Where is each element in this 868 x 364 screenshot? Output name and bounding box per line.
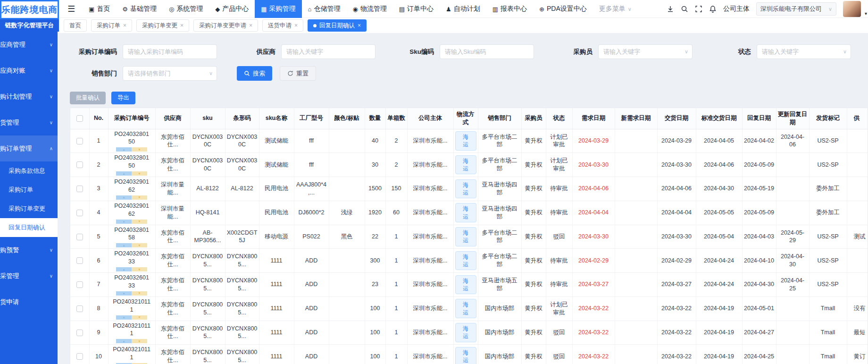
tab-采购订单变更申请[interactable]: 采购订单变更申请× — [193, 19, 258, 32]
up-arrow-icon: ▲ — [116, 315, 132, 320]
menu-item-仓储管理[interactable]: ⌂仓储管理 — [302, 0, 347, 18]
sidebar-item-购计划管理[interactable]: 购计划管理∨ — [0, 84, 58, 110]
logistics-tag[interactable]: 海运 — [455, 227, 476, 246]
row-checkbox[interactable] — [76, 330, 83, 336]
sidebar-item-应商对账[interactable]: 应商对账∨ — [0, 58, 58, 84]
menu-item-首页[interactable]: ▣首页 — [83, 0, 116, 18]
tab-首页[interactable]: 首页 — [64, 19, 87, 32]
menu-item-PDA设置中心[interactable]: ⊕PDA设置中心 — [533, 0, 593, 18]
menu-item-采购管理[interactable]: ▦采购管理 — [255, 0, 301, 18]
sidebar-subitem-采购条款信息[interactable]: 采购条款信息 — [0, 161, 58, 180]
logistics-tag[interactable]: 海运 — [455, 299, 476, 318]
cell-sku_name: 测试储能 — [259, 129, 294, 153]
filter-group-状态: 状态∨ — [704, 44, 862, 59]
sidebar-item-货管理[interactable]: 货管理∨ — [0, 110, 58, 135]
select-all-checkbox[interactable] — [76, 115, 83, 122]
search-button[interactable]: 搜索 — [237, 66, 272, 81]
filter-select-采购员[interactable] — [598, 44, 693, 59]
row-checkbox[interactable] — [76, 186, 83, 192]
download-icon[interactable] — [667, 5, 674, 13]
down-arrow-icon: ▼ — [132, 267, 147, 271]
menu-item-物流管理[interactable]: ◉物流管理 — [346, 0, 392, 18]
row-checkbox[interactable] — [76, 281, 83, 288]
tab-close-icon[interactable]: × — [294, 22, 298, 29]
logistics-tag[interactable]: 海运 — [455, 251, 476, 270]
logistics-tag[interactable]: 海运 — [455, 203, 476, 222]
user-avatar[interactable] — [843, 1, 861, 17]
cell-per_box: 1 — [385, 225, 407, 249]
batch-confirm-button[interactable]: 批量确认 — [70, 92, 106, 104]
logistics-tag[interactable]: 海运 — [455, 155, 476, 174]
tab-close-icon[interactable]: × — [358, 22, 361, 29]
logistics-tag[interactable]: 海运 — [455, 131, 476, 150]
logistics-tag[interactable]: 海运 — [455, 275, 476, 294]
row-checkbox[interactable] — [76, 305, 83, 312]
col-header-发货标记: 发货标记 — [809, 108, 847, 129]
sidebar-item-购订单管理[interactable]: 购订单管理∧ — [0, 135, 58, 161]
orders-icon: ▤ — [399, 6, 405, 13]
filter-select-销售部门[interactable] — [123, 66, 217, 81]
sidebar-subitem-采购订单变更[interactable]: 采购订单变更 — [0, 199, 58, 218]
sidebar-item-货申请[interactable]: 货申请 — [0, 289, 58, 315]
menu-item-订单中心[interactable]: ▤订单中心 — [393, 0, 440, 18]
row-checkbox[interactable] — [76, 234, 83, 240]
fullscreen-icon[interactable] — [695, 5, 702, 13]
row-checkbox[interactable] — [76, 138, 83, 144]
sidebar-item-应商管理[interactable]: 应商管理∨ — [0, 32, 58, 58]
menu-item-自动计划[interactable]: ♟自动计划 — [440, 0, 486, 18]
logistics-tag[interactable]: 海运 — [455, 179, 476, 198]
home-icon: ▣ — [89, 6, 94, 13]
menu-item-报表中心[interactable]: ▥报表中心 — [486, 0, 533, 18]
tab-close-icon[interactable]: × — [180, 22, 184, 29]
filter-input-供应商[interactable] — [281, 44, 376, 59]
sidebar-item-采管理[interactable]: 采管理∨ — [0, 263, 58, 289]
filter-select-状态[interactable] — [757, 44, 851, 59]
reset-button[interactable]: 重置 — [280, 66, 316, 81]
company-select[interactable]: 深圳乐能电子有限公司 ∨ — [756, 2, 836, 16]
sidebar-collapse-icon[interactable]: ☰ — [67, 0, 75, 18]
tab-采购订单变更[interactable]: 采购订单变更× — [136, 19, 189, 32]
cell-supplier: 东莞市佰仕... — [155, 153, 190, 177]
cell-company: 深圳市乐能... — [407, 321, 453, 345]
row-checkbox[interactable] — [76, 161, 83, 168]
logistics-tag[interactable]: 海运 — [455, 347, 476, 364]
row-checkbox[interactable] — [76, 257, 83, 264]
sidebar-item-购预警[interactable]: 购预警∨ — [0, 237, 58, 263]
user-menu-caret-icon[interactable]: ▾ — [865, 11, 867, 18]
menu-item-系统管理[interactable]: ◎系统管理 — [163, 0, 209, 18]
tab-采购订单[interactable]: 采购订单× — [91, 19, 132, 32]
cell-demand_date: 2024-03-30 — [572, 225, 615, 249]
cell-ship_mark: US2-SP — [809, 249, 847, 273]
tab-送货申请[interactable]: 送货申请× — [262, 19, 303, 32]
tab-回复日期确认[interactable]: 回复日期确认× — [308, 19, 367, 32]
cell-no: 10 — [89, 345, 108, 364]
logistics-tag[interactable]: 海运 — [455, 323, 476, 342]
menu-item-label: 订单中心 — [407, 5, 434, 13]
more-menu[interactable]: 更多菜单∨ — [593, 0, 638, 18]
cell-per_box: 1 — [385, 345, 407, 364]
po-progress-bar: ▲▼ — [116, 195, 147, 200]
filter-input-Sku编码[interactable] — [440, 44, 534, 59]
cell-status: 驳回 — [546, 225, 572, 249]
cell-dept: 亚马逊市场五部 — [478, 273, 521, 297]
menu-item-label: 自动计划 — [454, 5, 480, 13]
cell-qty: 23 — [365, 273, 385, 297]
tab-close-icon[interactable]: × — [249, 22, 252, 29]
row-checkbox[interactable] — [76, 353, 83, 360]
active-tab-dot — [313, 24, 317, 27]
filter-input-采购订单编码[interactable] — [123, 44, 217, 59]
col-header-条形码: 条形码 — [225, 108, 259, 129]
sidebar-subitem-回复日期确认[interactable]: 回复日期确认 — [0, 218, 58, 237]
search-icon[interactable] — [681, 5, 688, 13]
row-checkbox[interactable] — [76, 210, 83, 216]
cell-qty: 300 — [365, 249, 385, 273]
menu-item-产品中心[interactable]: ◆产品中心 — [209, 0, 255, 18]
export-button[interactable]: 导出 — [111, 92, 135, 104]
menu-item-基础管理[interactable]: ⚙基础管理 — [116, 0, 163, 18]
cell-delivery_date: 2024-03-30 — [657, 153, 696, 177]
cell-logistics: 海运 — [453, 153, 478, 177]
tab-close-icon[interactable]: × — [123, 22, 126, 29]
cell-logistics: 海运 — [453, 345, 478, 364]
bell-icon[interactable] — [709, 5, 717, 13]
sidebar-subitem-采购订单[interactable]: 采购订单 — [0, 180, 58, 199]
